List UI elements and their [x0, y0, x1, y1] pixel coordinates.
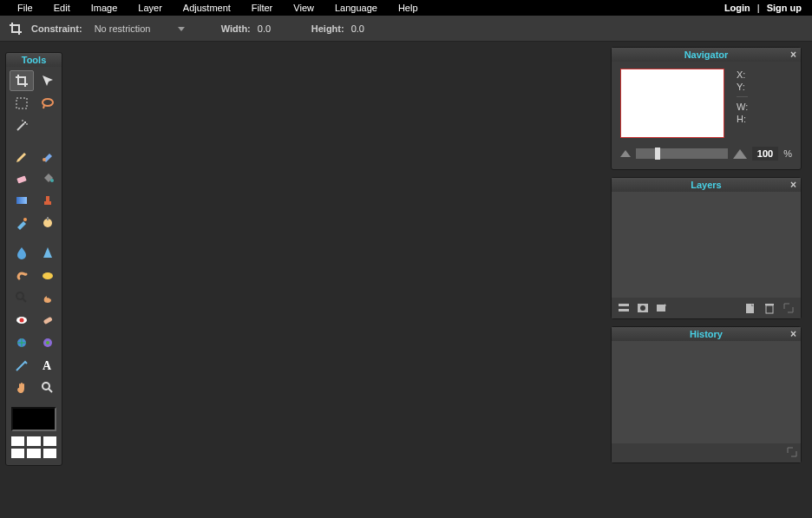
history-body[interactable]	[612, 341, 801, 443]
login-link[interactable]: Login	[721, 3, 754, 13]
tool-dodge[interactable]	[10, 287, 34, 308]
navigator-title: Navigator ×	[612, 48, 801, 62]
tool-zoom[interactable]	[36, 377, 60, 398]
history-title-text: History	[690, 329, 723, 339]
menu-edit[interactable]: Edit	[43, 3, 81, 13]
tool-paint-bucket[interactable]	[36, 167, 60, 188]
close-icon[interactable]: ×	[790, 328, 796, 340]
tool-burn[interactable]	[36, 287, 60, 308]
layer-settings-icon[interactable]	[617, 301, 631, 315]
tool-pinch[interactable]	[36, 332, 60, 353]
menu-view[interactable]: View	[283, 3, 324, 13]
tool-smudge[interactable]	[10, 265, 34, 285]
tool-pencil[interactable]	[10, 145, 34, 166]
svg-rect-0	[16, 98, 27, 108]
navigator-preview[interactable]	[620, 69, 724, 138]
tool-draw[interactable]	[10, 355, 34, 376]
svg-point-3	[22, 120, 23, 121]
swatch[interactable]	[11, 449, 24, 458]
tool-healing[interactable]	[36, 310, 60, 331]
foreground-color[interactable]	[11, 407, 56, 431]
svg-rect-13	[47, 217, 49, 220]
swatch[interactable]	[11, 436, 24, 446]
tool-type[interactable]: A	[36, 355, 60, 376]
svg-rect-29	[746, 304, 754, 313]
layer-style-icon[interactable]	[655, 301, 669, 315]
height-label: Height:	[311, 23, 344, 34]
menu-filter[interactable]: Filter	[241, 3, 283, 13]
tool-marquee[interactable]	[10, 93, 34, 114]
menu-file[interactable]: File	[7, 3, 43, 13]
auth-sep: |	[754, 3, 763, 13]
tool-brush[interactable]	[36, 145, 60, 166]
tool-sharpen[interactable]	[36, 242, 60, 263]
tool-move[interactable]	[36, 70, 60, 91]
zoom-in-icon[interactable]	[733, 149, 747, 159]
tool-crop[interactable]	[10, 70, 34, 91]
tool-bloat[interactable]	[10, 332, 34, 353]
menu-left: File Edit Image Layer Adjustment Filter …	[7, 3, 429, 13]
tool-lasso[interactable]	[36, 93, 60, 114]
navigator-panel: Navigator × X: Y: W: H: 100 %	[611, 47, 802, 170]
tool-clone-stamp[interactable]	[36, 190, 60, 211]
svg-point-1	[43, 99, 53, 106]
tool-blur[interactable]	[10, 242, 34, 263]
tool-color-replace[interactable]	[10, 213, 34, 233]
slider-thumb[interactable]	[655, 148, 660, 160]
svg-point-21	[46, 341, 49, 344]
svg-rect-28	[657, 305, 665, 311]
swatch-grid	[6, 436, 62, 465]
swatch[interactable]	[43, 449, 56, 458]
svg-point-11	[23, 218, 27, 221]
tool-empty	[36, 115, 60, 136]
svg-rect-8	[16, 197, 27, 204]
svg-point-17	[20, 318, 24, 323]
trash-icon[interactable]	[763, 301, 776, 315]
constraint-label: Constraint:	[31, 23, 82, 34]
width-label: Width:	[221, 23, 251, 34]
tool-gradient[interactable]	[10, 190, 34, 211]
zoom-value[interactable]: 100	[752, 147, 778, 161]
swatch[interactable]	[27, 449, 40, 458]
tool-color-picker[interactable]	[36, 213, 60, 233]
layer-mask-icon[interactable]	[636, 301, 650, 315]
close-icon[interactable]: ×	[790, 49, 796, 61]
tool-eraser[interactable]	[10, 167, 34, 188]
close-icon[interactable]: ×	[790, 179, 796, 191]
resize-icon[interactable]	[787, 447, 797, 457]
swatch[interactable]	[43, 436, 56, 446]
constraint-value: No restriction	[89, 21, 185, 36]
resize-icon[interactable]	[782, 301, 796, 315]
layers-body[interactable]	[612, 192, 801, 298]
zoom-pct: %	[783, 148, 792, 159]
menu-layer[interactable]: Layer	[128, 3, 173, 13]
tool-sponge[interactable]	[36, 265, 60, 285]
svg-point-14	[43, 272, 53, 279]
layers-footer	[612, 298, 801, 318]
menu-image[interactable]: Image	[81, 3, 128, 13]
tool-wand[interactable]	[10, 115, 34, 136]
navigator-info: X: Y: W: H:	[737, 69, 748, 138]
signup-link[interactable]: Sign up	[763, 3, 805, 13]
width-value[interactable]: 0.0	[258, 23, 289, 34]
crop-icon	[7, 20, 24, 37]
menu-adjustment[interactable]: Adjustment	[173, 3, 241, 13]
nav-y: Y:	[737, 81, 748, 93]
svg-rect-25	[619, 309, 629, 311]
tool-redeye[interactable]	[10, 310, 34, 331]
nav-h: H:	[737, 113, 748, 125]
constraint-select[interactable]: No restriction	[89, 21, 190, 36]
menubar: File Edit Image Layer Adjustment Filter …	[0, 0, 812, 16]
height-value[interactable]: 0.0	[351, 23, 383, 34]
svg-point-27	[640, 305, 645, 311]
swatch[interactable]	[27, 436, 40, 446]
zoom-slider[interactable]	[636, 148, 728, 159]
tools-panel: Tools A	[5, 52, 62, 466]
new-layer-icon[interactable]	[743, 301, 757, 315]
menu-language[interactable]: Language	[324, 3, 388, 13]
svg-text:A: A	[43, 359, 52, 372]
svg-rect-30	[766, 305, 773, 313]
tool-hand[interactable]	[10, 377, 34, 398]
menu-help[interactable]: Help	[388, 3, 429, 13]
zoom-out-icon[interactable]	[620, 150, 631, 157]
